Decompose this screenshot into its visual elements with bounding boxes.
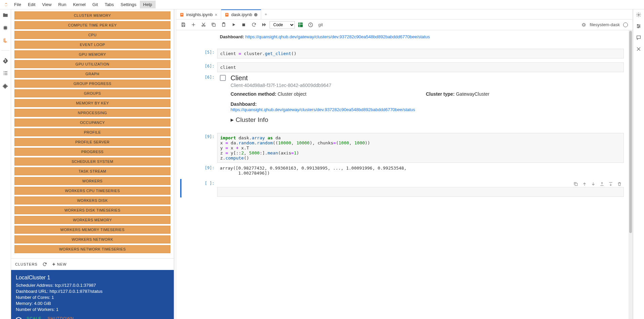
notebook-icon	[179, 12, 184, 17]
scale-button[interactable]: SCALE	[27, 316, 41, 319]
svg-rect-10	[213, 24, 215, 27]
new-cluster-button[interactable]: NEW	[52, 262, 67, 266]
svg-point-20	[639, 26, 640, 27]
dashboard-button[interactable]: WORKERS DISK	[14, 196, 170, 204]
dashboard-button[interactable]: OCCUPANCY	[14, 119, 170, 127]
tab[interactable]: dask.ipynb	[221, 9, 261, 19]
cell-type-select[interactable]: Code	[270, 21, 295, 29]
dashboard-list: CLUSTER MEMORYCOMPUTE TIME PER KEYCPUEVE…	[11, 9, 174, 258]
code-cell[interactable]: [5]: client = cluster.get_client()	[176, 48, 629, 59]
svg-rect-7	[226, 14, 228, 15]
kernel-status-icon[interactable]	[623, 22, 628, 27]
comment-icon[interactable]	[636, 35, 641, 40]
dashboard-button[interactable]: WORKERS CPU TIMESERIES	[14, 187, 170, 195]
restart-icon[interactable]	[249, 21, 258, 29]
menu-edit[interactable]: Edit	[25, 1, 39, 8]
menu-file[interactable]: File	[11, 1, 25, 8]
sliders-icon[interactable]	[636, 24, 641, 29]
dashboard-button[interactable]: WORKERS NETWORK	[14, 235, 170, 243]
insert-above-icon[interactable]	[599, 181, 605, 187]
dashboard-button[interactable]: SCHEDULER SYSTEM	[14, 157, 170, 166]
dashboard-button[interactable]: NPROCESSING	[14, 109, 170, 117]
cluster-card[interactable]: LocalCluster 1 Scheduler Address: tcp://…	[11, 270, 174, 319]
dask-icon[interactable]	[2, 38, 8, 44]
menu-view[interactable]: View	[39, 1, 55, 8]
kernel-name[interactable]: filesystem-dask	[590, 22, 620, 27]
cluster-info-toggle[interactable]: ▶ Cluster Info	[220, 112, 621, 124]
paste-icon[interactable]	[219, 21, 228, 29]
dashboard-button[interactable]: WORKERS	[14, 177, 170, 185]
clock-icon[interactable]	[306, 21, 315, 29]
dashboard-button[interactable]: GROUPS	[14, 89, 170, 97]
dashboard-button[interactable]: PROGRESS	[14, 148, 170, 156]
move-down-icon[interactable]	[590, 181, 596, 187]
gear-icon[interactable]	[636, 12, 641, 17]
save-icon[interactable]	[179, 21, 188, 29]
refresh-icon[interactable]	[42, 262, 47, 267]
copy-icon[interactable]	[209, 21, 218, 29]
folder-icon[interactable]	[2, 12, 8, 18]
cluster-title: LocalCluster 1	[16, 275, 169, 281]
code-input[interactable]	[217, 187, 624, 197]
code-icon[interactable]: < >	[16, 316, 21, 319]
code-cell[interactable]: [6]: client	[176, 62, 629, 73]
dashboard-button[interactable]: GPU MEMORY	[14, 50, 170, 58]
expand-toggle-icon[interactable]	[220, 75, 226, 81]
output-row: [9]: array([0.98277432, 0.99360163, 0.99…	[176, 164, 629, 178]
move-up-icon[interactable]	[581, 181, 588, 187]
new-tab-button[interactable]: +	[261, 12, 271, 17]
dashboard-button[interactable]: TASK STREAM	[14, 167, 170, 175]
cluster-info-row: Memory: 4.00 GiB	[16, 301, 169, 306]
menu-help[interactable]: Help	[140, 1, 156, 8]
dashboard-button[interactable]: MEMORY BY KEY	[14, 99, 170, 107]
prompt-in: [ ]:	[196, 180, 217, 197]
render-icon[interactable]	[296, 21, 305, 29]
insert-below-icon[interactable]	[608, 181, 614, 187]
menu-run[interactable]: Run	[55, 1, 70, 8]
git-icon[interactable]	[2, 57, 8, 63]
dashboard-button[interactable]: GROUP PROGRESS	[14, 80, 170, 88]
extensions-icon[interactable]	[2, 83, 8, 89]
dashboard-button[interactable]: WORKERS MEMORY TIMESERIES	[14, 226, 170, 234]
run-icon[interactable]	[229, 21, 238, 29]
menu-settings[interactable]: Settings	[117, 1, 140, 8]
stop-icon[interactable]	[239, 21, 248, 29]
dashboard-button[interactable]: CPU	[14, 31, 170, 39]
dashboard-button[interactable]: COMPUTE TIME PER KEY	[14, 21, 170, 29]
dashboard-button[interactable]: GRAPH	[14, 70, 170, 78]
dashboard-button[interactable]: GPU UTILIZATION	[14, 60, 170, 68]
dashboard-button[interactable]: WORKERS MEMORY	[14, 216, 170, 224]
code-input[interactable]: client	[217, 62, 624, 72]
delete-icon[interactable]	[616, 181, 622, 187]
dashboard-link[interactable]: https://quansight.qhub.dev/gateway/clust…	[245, 34, 430, 39]
close-tab-icon[interactable]: ×	[215, 12, 217, 17]
bug-icon[interactable]	[579, 21, 588, 29]
toc-icon[interactable]	[2, 70, 8, 76]
cut-icon[interactable]	[199, 21, 208, 29]
close-icon[interactable]	[636, 46, 641, 52]
run-all-icon[interactable]	[259, 21, 268, 29]
prompt-out: [9]:	[196, 164, 217, 177]
code-cell[interactable]: [ ]:	[176, 179, 629, 197]
dashboard-button[interactable]: EVENT LOOP	[14, 41, 170, 49]
client-dashboard-link[interactable]: https://quansight.qhub.dev/gateway/clust…	[231, 107, 415, 112]
duplicate-icon[interactable]	[573, 181, 579, 187]
dashboard-button[interactable]: CLUSTER MEMORY	[14, 11, 170, 19]
dashboard-button[interactable]: WORKERS NETWORK TIMESERIES	[14, 245, 170, 253]
scrollbar[interactable]	[629, 30, 633, 319]
dashboard-button[interactable]: WORKERS DISK TIMESERIES	[14, 206, 170, 214]
code-cell[interactable]: [9]: import dask.array as da x = da.rand…	[176, 132, 629, 164]
dashboard-button[interactable]: PROFILE	[14, 128, 170, 136]
dashboard-button[interactable]: PROFILE SERVER	[14, 138, 170, 146]
code-input[interactable]: import dask.array as da x = da.random.ra…	[217, 133, 624, 163]
tab[interactable]: insights.ipynb×	[176, 9, 221, 19]
git-label[interactable]: git	[318, 22, 323, 27]
prompt-out: [6]:	[196, 74, 217, 127]
terminal-icon[interactable]	[2, 25, 8, 31]
menu-kernel[interactable]: Kernel	[70, 1, 89, 8]
add-cell-icon[interactable]	[189, 21, 198, 29]
menu-git[interactable]: Git	[89, 1, 102, 8]
shutdown-button[interactable]: SHUTDOWN	[48, 316, 74, 319]
menu-tabs[interactable]: Tabs	[101, 1, 117, 8]
code-input[interactable]: client = cluster.get_client()	[217, 49, 624, 58]
